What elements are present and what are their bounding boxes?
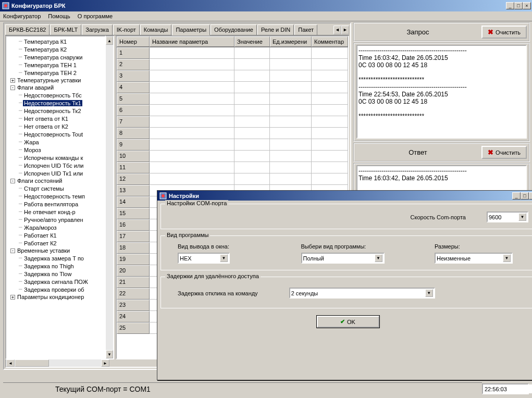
cell[interactable] [150,162,234,173]
tab-1[interactable]: БРК-MLT [50,24,81,35]
minimize-button[interactable]: _ [506,2,514,9]
cell[interactable] [234,59,270,70]
menu-about[interactable]: О программе [78,13,113,19]
expand-icon[interactable]: + [10,78,15,83]
tree-item[interactable]: ┈Температура К1 [6,38,105,45]
table-row[interactable]: 12 [117,173,348,185]
time-input[interactable] [483,384,532,393]
cell[interactable] [312,173,348,185]
table-row[interactable]: 10 [117,151,348,162]
dialog-maximize-button[interactable]: □ [521,192,529,200]
tree-item[interactable]: ┈Недостоверность Tout [6,130,105,138]
cell[interactable] [234,93,270,105]
tree-item[interactable]: ┈Температура ТЕН 2 [6,69,105,77]
expand-icon[interactable]: + [10,295,15,300]
cell[interactable] [312,128,348,139]
column-header[interactable]: Ед.измерени [270,36,312,47]
cell[interactable] [312,93,348,105]
collapse-icon[interactable]: - [10,179,15,183]
table-row[interactable]: 6 [117,105,348,116]
speed-combo[interactable]: 9600▼ [487,212,528,222]
cell[interactable] [270,59,312,70]
column-header[interactable]: Номер [117,36,150,47]
menu-help[interactable]: Помощь [48,13,70,19]
tree-item[interactable]: ┈Жара [6,138,105,146]
cell[interactable] [234,116,270,128]
cell[interactable] [234,128,270,139]
cell[interactable] [150,173,234,185]
cell[interactable] [150,105,234,116]
ok-button[interactable]: ✔ OK [317,316,379,328]
cell[interactable] [270,93,312,105]
cell[interactable] [234,139,270,151]
cell[interactable] [312,82,348,93]
output-mode-combo[interactable]: HEX▼ [178,253,230,264]
cell[interactable] [234,47,270,59]
tab-8[interactable]: Пакет [294,24,317,35]
request-log[interactable]: ----------------------------------------… [356,45,527,139]
cell[interactable] [270,128,312,139]
cell[interactable] [234,82,270,93]
cell[interactable] [150,82,234,93]
cell[interactable] [312,47,348,59]
tab-6[interactable]: Оборудование [211,24,257,35]
cell[interactable] [312,105,348,116]
table-row[interactable]: 2 [117,59,348,70]
tab-0[interactable]: БРКВ-БС2182 [5,24,50,35]
table-row[interactable]: 8 [117,128,348,139]
tree-scrollbar[interactable]: ▲▼ [106,35,114,359]
table-row[interactable]: 9 [117,139,348,151]
tree-item[interactable]: ┈Температура снаружи [6,53,105,61]
tree-item[interactable]: +Параметры кондиционер [6,293,105,301]
tree-item[interactable]: ┈Старт системы [6,184,105,192]
tree-panel[interactable]: ┈Температура К1┈Температура К2┈Температу… [5,35,106,359]
delay-combo[interactable]: 2 секунды▼ [289,288,435,298]
table-row[interactable]: 1 [117,47,348,59]
tree-item[interactable]: -Флаги состояний [6,177,105,184]
tree-item[interactable]: -Флаги аварий [6,84,105,91]
tree-item[interactable]: +Температурные уставки [6,77,105,84]
cell[interactable] [312,151,348,162]
status-time[interactable]: ▲▼ [482,383,529,394]
cell[interactable] [234,173,270,185]
tab-2[interactable]: Загрузка [82,24,112,35]
tree-item[interactable]: ┈Недостоверность темп [6,192,105,200]
cell[interactable] [234,162,270,173]
tree-item[interactable]: ┈Не отвечает конд-р [6,208,105,216]
tab-scroll-right[interactable]: ► [341,26,349,34]
cell[interactable] [150,93,234,105]
close-button[interactable]: × [523,2,531,9]
cell[interactable] [150,151,234,162]
cell[interactable] [270,151,312,162]
sizes-combo[interactable]: Неизменные▼ [435,253,513,264]
cell[interactable] [270,139,312,151]
dialog-close-button[interactable]: × [529,192,532,200]
tree-item[interactable]: ┈Температура ТЕН 1 [6,61,105,69]
clear-request-button[interactable]: ✖ Очистить [481,26,527,39]
cell[interactable] [234,151,270,162]
cell[interactable] [270,82,312,93]
cell[interactable] [312,162,348,173]
tree-item[interactable]: ┈Нет ответа от К1 [6,115,105,122]
tree-item[interactable]: ┈Работает К1 [6,231,105,239]
cell[interactable] [270,173,312,185]
table-row[interactable]: 5 [117,93,348,105]
tree-item[interactable]: ┈Задержка по Thigh [6,262,105,270]
cell[interactable] [150,47,234,59]
cell[interactable] [270,47,312,59]
tree-item[interactable]: ┈Температура К2 [6,45,105,53]
tree-item[interactable]: ┈Мороз [6,146,105,154]
dialog-minimize-button[interactable]: _ [512,192,521,200]
collapse-icon[interactable]: - [10,85,15,90]
cell[interactable] [234,70,270,82]
tab-3[interactable]: IK-порт [113,24,140,35]
tree-item[interactable]: ┈Недостоверность Тк2 [6,107,105,115]
column-header[interactable]: Название параметра [150,36,234,47]
tab-7[interactable]: Реле и DIN [257,24,294,35]
cell[interactable] [270,162,312,173]
tree-item[interactable]: ┈Испорчены команды к [6,154,105,161]
tree-item[interactable]: ┈Работа вентилятора [6,200,105,208]
cell[interactable] [312,139,348,151]
clear-response-button[interactable]: ✖ Очистить [481,146,527,159]
tree-item[interactable]: -Временные уставки [6,247,105,254]
